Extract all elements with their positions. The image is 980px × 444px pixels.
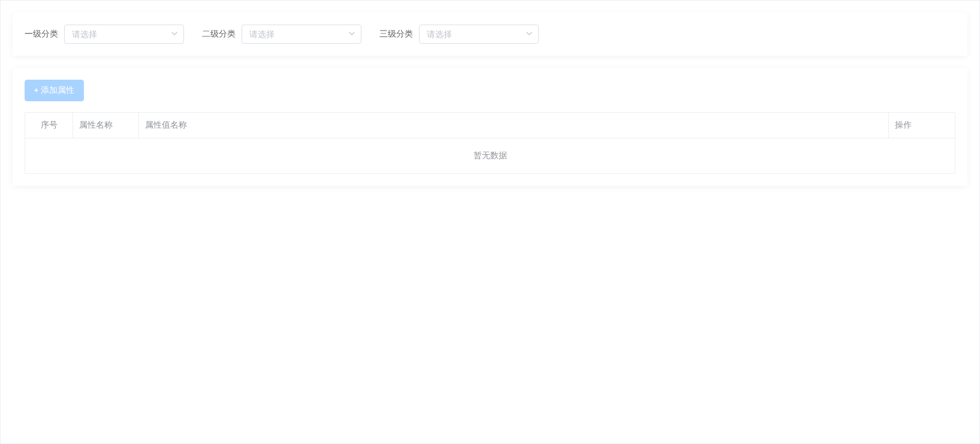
attribute-table: 序号 属性名称 属性值名称 操作 暂无数据	[25, 112, 955, 174]
table-header: 序号 属性名称 属性值名称 操作	[25, 113, 955, 138]
column-operation: 操作	[889, 113, 955, 138]
filter-card: 一级分类 二级分类 三级分类	[13, 13, 967, 56]
column-attr-name: 属性名称	[73, 113, 139, 138]
filter-level3-label: 三级分类	[379, 29, 413, 40]
filter-level3-input[interactable]	[419, 25, 539, 44]
filter-level3: 三级分类	[379, 25, 539, 44]
filter-row: 一级分类 二级分类 三级分类	[25, 25, 955, 44]
add-attribute-label: 添加属性	[41, 85, 74, 96]
content-card: + 添加属性 序号 属性名称 属性值名称 操作 暂无数据	[13, 68, 967, 186]
filter-level2-label: 二级分类	[202, 29, 236, 40]
table-empty-text: 暂无数据	[25, 138, 955, 173]
filter-level2-select[interactable]	[242, 25, 361, 44]
add-attribute-button[interactable]: + 添加属性	[25, 80, 84, 101]
column-seq: 序号	[25, 113, 73, 138]
filter-level1: 一级分类	[25, 25, 184, 44]
filter-level1-input[interactable]	[64, 25, 184, 44]
filter-level1-label: 一级分类	[25, 29, 58, 40]
plus-icon: +	[34, 86, 38, 95]
filter-level2-input[interactable]	[242, 25, 361, 44]
filter-level1-select[interactable]	[64, 25, 184, 44]
filter-level3-select[interactable]	[419, 25, 539, 44]
column-attr-value-name: 属性值名称	[139, 113, 889, 138]
filter-level2: 二级分类	[202, 25, 361, 44]
